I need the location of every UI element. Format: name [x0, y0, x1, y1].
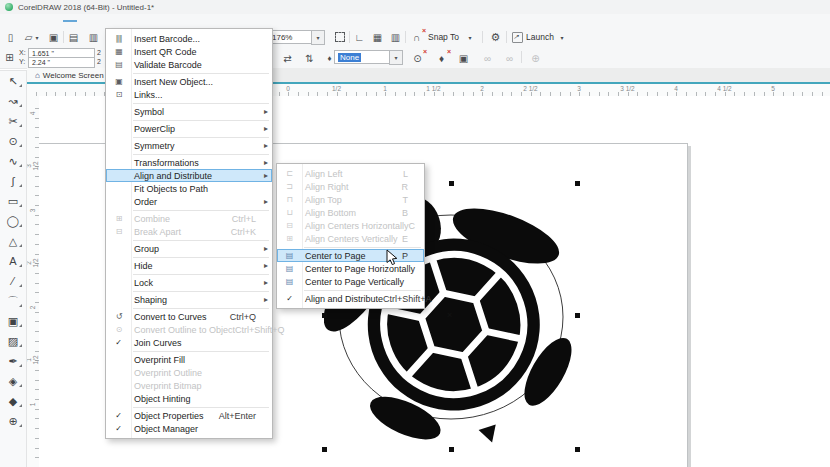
interactive-fill-tool[interactable]: ◈: [0, 371, 26, 391]
launch-icon[interactable]: ↗: [510, 30, 525, 44]
submenu-item-align-right[interactable]: ⊐ Align Right R: [277, 180, 424, 193]
rectangle-tool[interactable]: ▭: [0, 191, 26, 211]
menu-item-align-and-distribute[interactable]: Align and Distribute ▸: [106, 169, 272, 182]
launch-button[interactable]: Launch: [526, 32, 554, 42]
menu-item-object-properties[interactable]: ✓ Object Properties Alt+Enter: [106, 409, 272, 422]
ellipse-tool[interactable]: ◯: [0, 211, 26, 231]
menubar-item-bitmaps[interactable]: [93, 20, 107, 22]
menu-item-insert-qr-code[interactable]: ▦ Insert QR Code: [106, 45, 272, 58]
menubar-item-help[interactable]: [168, 20, 182, 22]
drop-shadow-tool[interactable]: ▣: [0, 311, 26, 331]
zoom-level-field[interactable]: 176%: [268, 30, 315, 44]
options-gear-icon[interactable]: ⚙: [488, 30, 503, 44]
menu-item-overprint-bitmap[interactable]: Overprint Bitmap: [106, 379, 272, 392]
menu-item-join-curves[interactable]: ✓ Join Curves: [106, 336, 272, 349]
unlink-frames-icon[interactable]: ∞: [502, 51, 517, 65]
object-width-field[interactable]: 2: [97, 49, 101, 56]
menu-item-combine[interactable]: ⊞ Combine Ctrl+L: [106, 212, 272, 225]
menu-item-object-hinting[interactable]: Object Hinting: [106, 392, 272, 405]
menu-item-shaping[interactable]: Shaping ▸: [106, 293, 272, 306]
selection-handle[interactable]: [449, 447, 454, 452]
link-frames-icon[interactable]: ∞: [480, 51, 495, 65]
menu-item-object-manager[interactable]: ✓ Object Manager: [106, 422, 272, 435]
submenu-item-align-centers-vertically[interactable]: ⊞ Align Centers Vertically E: [277, 232, 424, 245]
zoom-level-caret-icon[interactable]: ▾: [311, 30, 325, 45]
launch-caret-icon[interactable]: ▾: [558, 30, 566, 44]
menubar-item-text[interactable]: [108, 20, 122, 22]
connector-tool[interactable]: ⌒: [0, 291, 26, 311]
wrap-text-icon[interactable]: ▣: [456, 51, 471, 65]
save-icon[interactable]: ▣: [46, 30, 61, 44]
menu-item-convert-outline-to-object[interactable]: ⊙ Convert Outline to Object Ctrl+Shift+Q: [106, 323, 272, 336]
menubar-item-view[interactable]: [33, 20, 47, 22]
tab-welcome-screen[interactable]: ⌂ Welcome Screen: [27, 68, 113, 82]
menubar-item-effects[interactable]: [78, 20, 92, 22]
open-caret-icon[interactable]: ▾: [33, 30, 41, 44]
menu-item-symbol[interactable]: Symbol ▸: [106, 105, 272, 118]
menu-item-convert-to-curves[interactable]: ↺ Convert to Curves Ctrl+Q: [106, 310, 272, 323]
menu-item-transformations[interactable]: Transformations ▸: [106, 156, 272, 169]
menubar-item-layout[interactable]: [48, 20, 62, 22]
artistic-media-tool[interactable]: ∫: [0, 171, 26, 191]
show-guidelines-icon[interactable]: ▥: [388, 30, 403, 44]
print-icon[interactable]: ▤: [66, 30, 81, 44]
menubar-item-edit[interactable]: [18, 20, 32, 22]
menu-item-powerclip[interactable]: PowerClip ▸: [106, 122, 272, 135]
mirror-vertical-icon[interactable]: ⇅: [302, 51, 317, 65]
menubar-item-file[interactable]: [3, 20, 17, 22]
submenu-item-align-top[interactable]: ⊓ Align Top T: [277, 193, 424, 206]
remove-transformations-icon[interactable]: ⊙×: [410, 51, 425, 65]
menu-item-insert-barcode[interactable]: ∥∥ Insert Barcode...: [106, 32, 272, 45]
submenu-item-align-bottom[interactable]: ⊔ Align Bottom B: [277, 206, 424, 219]
submenu-item-align-centers-horizontally[interactable]: ⊟ Align Centers Horizontally C: [277, 219, 424, 232]
menubar-item-object[interactable]: [63, 20, 77, 22]
color-eyedropper-tool[interactable]: ✒: [0, 351, 26, 371]
selection-center-mark[interactable]: ×: [447, 312, 452, 318]
selection-handle[interactable]: [575, 313, 580, 318]
selection-handle[interactable]: [575, 447, 580, 452]
clear-envelope-icon[interactable]: ♦×: [434, 51, 449, 65]
submenu-item-center-to-page[interactable]: ▤ Center to Page P: [277, 249, 424, 262]
menu-item-symmetry[interactable]: Symmetry ▸: [106, 139, 272, 152]
show-grid-icon[interactable]: ▦: [370, 30, 385, 44]
outline-width-field[interactable]: None: [334, 50, 393, 64]
snap-off-icon[interactable]: ∩×: [409, 30, 424, 44]
menubar-item-tools[interactable]: [138, 20, 152, 22]
selection-handle[interactable]: [449, 181, 454, 186]
menu-item-insert-new-object[interactable]: ▣ Insert New Object...: [106, 75, 272, 88]
selection-handle[interactable]: [575, 181, 580, 186]
add-property-icon[interactable]: ⊕: [528, 51, 543, 65]
menu-item-overprint-fill[interactable]: Overprint Fill: [106, 353, 272, 366]
text-tool[interactable]: A: [0, 251, 26, 271]
outline-width-caret-icon[interactable]: ▾: [389, 50, 403, 65]
crop-tool[interactable]: ✂: [0, 111, 26, 131]
menu-item-order[interactable]: Order ▸: [106, 195, 272, 208]
mirror-horizontal-icon[interactable]: ⇄: [280, 51, 295, 65]
dimension-tool[interactable]: ⁄: [0, 271, 26, 291]
menu-item-validate-barcode[interactable]: ▤ Validate Barcode: [106, 58, 272, 71]
menu-item-hide[interactable]: Hide ▸: [106, 259, 272, 272]
fullscreen-preview-icon[interactable]: [332, 30, 347, 44]
submenu-item-center-to-page-horizontally[interactable]: ▤ Center to Page Horizontally: [277, 262, 424, 275]
object-height-field[interactable]: 2: [97, 58, 101, 65]
zoom-tool[interactable]: ⊙: [0, 131, 26, 151]
selection-handle[interactable]: [322, 313, 327, 318]
submenu-item-align-and-distribute[interactable]: ✓ Align and Distribute Ctrl+Shift+A: [277, 292, 424, 305]
menu-item-break-apart[interactable]: ⊟ Break Apart Ctrl+K: [106, 225, 272, 238]
menubar-item-window[interactable]: [153, 20, 167, 22]
transparency-tool[interactable]: ▨: [0, 331, 26, 351]
menu-item-fit-objects-to-path[interactable]: Fit Objects to Path: [106, 182, 272, 195]
snap-to-caret-icon[interactable]: ▾: [466, 30, 474, 44]
menu-item-overprint-outline[interactable]: Overprint Outline: [106, 366, 272, 379]
menubar-item-table[interactable]: [123, 20, 137, 22]
menu-item-links[interactable]: ⊡ Links...: [106, 88, 272, 101]
paste-icon[interactable]: ▥: [86, 30, 101, 44]
submenu-item-align-left[interactable]: ⊏ Align Left L: [277, 167, 424, 180]
freehand-tool[interactable]: ∿: [0, 151, 26, 171]
submenu-item-center-to-page-vertically[interactable]: ▤ Center to Page Vertically: [277, 275, 424, 288]
y-position-field[interactable]: 2.24 ": [28, 57, 95, 68]
menu-item-lock[interactable]: Lock ▸: [106, 276, 272, 289]
new-document-icon[interactable]: ▯: [3, 30, 18, 44]
pick-tool[interactable]: ↖: [0, 71, 26, 91]
selection-handle[interactable]: [322, 447, 327, 452]
